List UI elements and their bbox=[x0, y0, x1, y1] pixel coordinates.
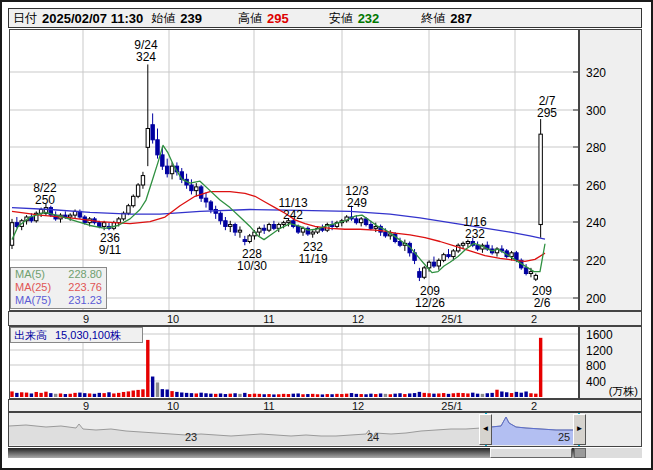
svg-text:9/24324: 9/24324 bbox=[134, 38, 158, 64]
ma5-name: MA(5) bbox=[15, 268, 45, 281]
month-label: 9 bbox=[83, 400, 89, 412]
range-navigator[interactable]: 232425 bbox=[8, 412, 642, 447]
volume-tick: 400 bbox=[586, 375, 606, 389]
volume-value: 15,030,100株 bbox=[55, 328, 121, 343]
scrollbar-end-piece[interactable] bbox=[574, 448, 586, 458]
svg-text:8/22250: 8/22250 bbox=[33, 181, 57, 207]
date-label: 日付 bbox=[13, 10, 37, 27]
ma25-value: 223.76 bbox=[68, 281, 102, 294]
price-tick: 260 bbox=[586, 179, 606, 193]
volume-axis: (万株) 16001200800400 bbox=[579, 326, 642, 399]
ma75-name: MA(75) bbox=[15, 294, 51, 307]
price-tick: 200 bbox=[586, 292, 606, 306]
ma-legend: MA(5) 228.80 MA(25) 223.76 MA(75) 231.23 bbox=[10, 267, 107, 309]
date-value: 2025/02/07 11:30 bbox=[42, 11, 143, 26]
month-label: 11 bbox=[263, 312, 274, 326]
price-tick: 220 bbox=[586, 254, 606, 268]
svg-text:2369/11: 2369/11 bbox=[99, 231, 122, 257]
svg-text:2092/6: 2092/6 bbox=[532, 284, 552, 310]
volume-tick: 800 bbox=[586, 359, 606, 373]
volume-tick: 1600 bbox=[586, 328, 613, 342]
scroll-left-button[interactable]: ◄ bbox=[479, 414, 492, 445]
month-label: 12 bbox=[352, 312, 364, 326]
svg-text:2/7295: 2/7295 bbox=[537, 94, 557, 120]
close-label: 終値 bbox=[421, 10, 445, 27]
low-label: 安値 bbox=[329, 10, 353, 27]
open-label: 始値 bbox=[151, 10, 175, 27]
stock-chart-window: 日付 2025/02/07 11:30 始値 239 高値 295 安値 232… bbox=[0, 0, 653, 470]
svg-text:23: 23 bbox=[185, 431, 197, 443]
scroll-right-button[interactable]: ► bbox=[573, 414, 586, 445]
svg-text:24: 24 bbox=[367, 431, 379, 443]
right-arrow-icon: ► bbox=[576, 424, 584, 433]
svg-text:22810/30: 22810/30 bbox=[237, 247, 267, 273]
month-label: 2 bbox=[531, 312, 537, 326]
svg-text:23211/19: 23211/19 bbox=[298, 240, 327, 266]
price-tick: 240 bbox=[586, 216, 606, 230]
ma25-legend-row: MA(25) 223.76 bbox=[11, 281, 106, 294]
left-arrow-icon: ◄ bbox=[482, 424, 490, 433]
scrollbar-right-filler bbox=[586, 448, 642, 458]
month-axis-bottom: 910111225/12 bbox=[8, 399, 642, 412]
month-label: 11 bbox=[263, 400, 274, 412]
month-label: 10 bbox=[167, 312, 179, 326]
month-axis-top: 910111225/12 bbox=[8, 311, 642, 326]
open-value: 239 bbox=[180, 11, 202, 26]
price-tick: 300 bbox=[586, 104, 606, 118]
navigator-sparkline[interactable]: 232425 bbox=[9, 413, 587, 446]
month-label: 12 bbox=[352, 400, 364, 412]
low-value: 232 bbox=[358, 11, 380, 26]
high-value: 295 bbox=[267, 11, 289, 26]
ma25-name: MA(25) bbox=[15, 281, 51, 294]
price-tick: 280 bbox=[586, 141, 606, 155]
volume-readout: 出来高 15,030,100株 bbox=[10, 327, 143, 343]
price-tick: 320 bbox=[586, 66, 606, 80]
svg-text:12/3249: 12/3249 bbox=[345, 184, 369, 210]
price-axis: 320300280260240220200 bbox=[579, 29, 642, 311]
volume-tick: 1200 bbox=[586, 344, 613, 358]
ma5-legend-row: MA(5) 228.80 bbox=[11, 268, 106, 281]
month-label: 25/1 bbox=[441, 312, 462, 326]
close-value: 287 bbox=[450, 11, 472, 26]
svg-text:25: 25 bbox=[558, 431, 570, 443]
ma75-value: 231.23 bbox=[68, 294, 102, 307]
high-label: 高値 bbox=[238, 10, 262, 27]
volume-unit-label: (万株) bbox=[609, 384, 638, 399]
ma75-legend-row: MA(75) 231.23 bbox=[11, 294, 106, 307]
horizontal-scrollbar-thumb[interactable] bbox=[490, 448, 572, 458]
month-label: 25/1 bbox=[441, 400, 462, 412]
month-label: 10 bbox=[167, 400, 179, 412]
month-label: 2 bbox=[531, 400, 537, 412]
month-label: 9 bbox=[83, 312, 89, 326]
quote-header: 日付 2025/02/07 11:30 始値 239 高値 295 安値 232… bbox=[8, 8, 642, 28]
svg-text:1/16232: 1/16232 bbox=[463, 215, 487, 241]
volume-label: 出来高 bbox=[14, 328, 47, 343]
svg-text:11/13242: 11/13242 bbox=[278, 196, 307, 222]
svg-text:20912/26: 20912/26 bbox=[415, 284, 445, 310]
ma5-value: 228.80 bbox=[68, 268, 102, 281]
